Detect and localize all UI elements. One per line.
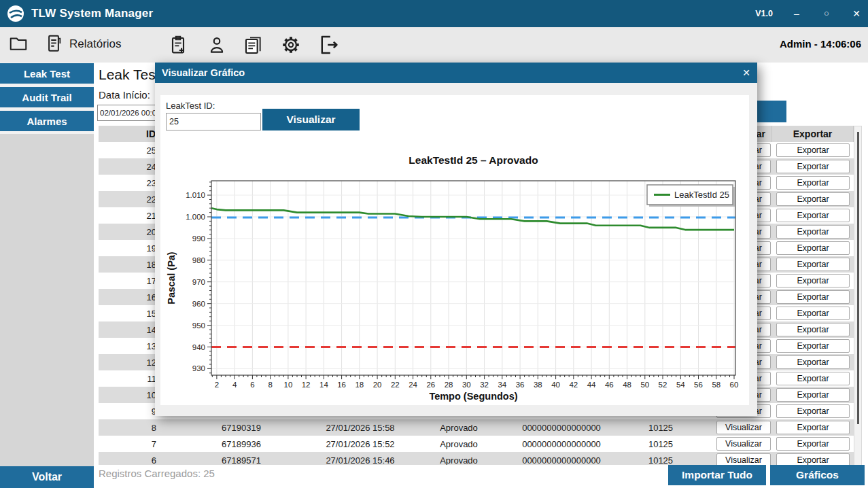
row-exportar-button[interactable]: Exportar bbox=[776, 290, 850, 304]
row-exportar-button[interactable]: Exportar bbox=[776, 388, 850, 402]
row-exportar-button[interactable]: Exportar bbox=[776, 241, 850, 255]
documents-icon[interactable] bbox=[242, 33, 264, 56]
dialog-panel: LeakTest ID: Visualizar 2468101214161820… bbox=[160, 95, 749, 405]
scrollbar-thumb[interactable] bbox=[857, 132, 859, 424]
cell-id: 15 bbox=[99, 305, 163, 321]
window-title: TLW System Manager bbox=[31, 7, 153, 20]
svg-text:38: 38 bbox=[534, 381, 542, 389]
row-exportar-button[interactable]: Exportar bbox=[776, 404, 850, 418]
row-exportar-button[interactable]: Exportar bbox=[776, 258, 850, 271]
svg-text:22: 22 bbox=[391, 381, 400, 389]
cell-id: 11 bbox=[99, 370, 163, 387]
svg-text:56: 56 bbox=[694, 381, 703, 389]
row-visualizar-button[interactable]: Visualizar bbox=[716, 421, 771, 434]
cell-id: 12 bbox=[99, 354, 163, 370]
svg-text:16: 16 bbox=[337, 381, 346, 389]
svg-text:60: 60 bbox=[730, 381, 739, 389]
svg-text:42: 42 bbox=[569, 381, 578, 389]
settings-icon[interactable] bbox=[280, 33, 302, 56]
visualizar-button[interactable]: Visualizar bbox=[262, 109, 360, 130]
chart-xlabel: Tempo (Segundos) bbox=[429, 391, 517, 402]
leaktest-id-input[interactable] bbox=[166, 113, 261, 130]
report-icon[interactable] bbox=[44, 33, 64, 54]
svg-text:20: 20 bbox=[373, 381, 382, 389]
cell-result: Aprovado bbox=[401, 419, 517, 436]
folder-icon[interactable] bbox=[8, 33, 29, 54]
cell-id: 16 bbox=[99, 289, 163, 305]
svg-text:58: 58 bbox=[712, 381, 721, 389]
user-icon[interactable] bbox=[207, 33, 227, 56]
svg-text:54: 54 bbox=[676, 381, 685, 389]
row-exportar-button[interactable]: Exportar bbox=[776, 176, 850, 190]
row-exportar-button[interactable]: Exportar bbox=[776, 209, 850, 222]
row-exportar-button[interactable]: Exportar bbox=[776, 160, 850, 173]
table-header-cell: ID bbox=[99, 126, 163, 142]
row-exportar-button[interactable]: Exportar bbox=[776, 355, 850, 369]
svg-text:44: 44 bbox=[587, 381, 596, 389]
toolbar: Relatórios bbox=[0, 27, 868, 63]
voltar-button[interactable]: Voltar bbox=[0, 466, 94, 488]
admin-clock-label: Admin - 14:06:06 bbox=[780, 38, 861, 50]
svg-text:940: 940 bbox=[192, 343, 205, 351]
cell-id: 24 bbox=[99, 158, 163, 175]
dialog-header[interactable]: Visualizar Gráfico ✕ bbox=[155, 63, 757, 83]
exit-icon[interactable] bbox=[317, 33, 340, 56]
svg-text:32: 32 bbox=[480, 381, 489, 389]
dialog-close-icon[interactable]: ✕ bbox=[742, 63, 750, 83]
importar-tudo-button[interactable]: Importar Tudo bbox=[668, 465, 766, 485]
row-exportar-button[interactable]: Exportar bbox=[776, 372, 850, 385]
records-loaded-label: Registros Carregados: 25 bbox=[99, 468, 215, 479]
row-exportar-button[interactable]: Exportar bbox=[776, 437, 850, 451]
svg-text:40: 40 bbox=[551, 381, 560, 389]
chart-ylabel: Pascal (Pa) bbox=[166, 251, 177, 304]
cell-id: 25 bbox=[99, 142, 163, 158]
cell-zeros: 0000000000000000 bbox=[517, 419, 606, 436]
svg-text:980: 980 bbox=[192, 256, 205, 264]
sidebar-item-leak-test[interactable]: Leak Test bbox=[0, 63, 94, 86]
graficos-button[interactable]: Gráficos bbox=[770, 465, 865, 485]
cell-id: 7 bbox=[99, 436, 163, 452]
app-logo-icon bbox=[7, 5, 24, 22]
row-exportar-button[interactable]: Exportar bbox=[776, 192, 850, 206]
chart-title: LeakTestId 25 – Aprovado bbox=[409, 154, 538, 166]
cell-zeros: 0000000000000000 bbox=[517, 436, 606, 452]
minimize-button[interactable]: – bbox=[791, 0, 803, 27]
svg-text:12: 12 bbox=[302, 381, 311, 389]
cell-id: 19 bbox=[99, 240, 163, 256]
reports-label[interactable]: Relatórios bbox=[69, 37, 122, 51]
new-document-icon[interactable] bbox=[167, 33, 189, 56]
svg-text:46: 46 bbox=[605, 381, 614, 389]
row-exportar-button[interactable]: Exportar bbox=[776, 339, 850, 353]
cell-id: 23 bbox=[99, 175, 163, 191]
svg-text:28: 28 bbox=[445, 381, 453, 389]
svg-text:10: 10 bbox=[284, 381, 293, 389]
maximize-button[interactable]: ○ bbox=[820, 0, 833, 27]
table-row: 86719031927/01/2026 15:58Aprovado0000000… bbox=[99, 419, 854, 436]
row-exportar-button[interactable]: Exportar bbox=[776, 143, 850, 157]
sidebar-item-alarmes[interactable]: Alarmes bbox=[0, 110, 94, 134]
close-button[interactable]: ✕ bbox=[850, 0, 863, 27]
svg-text:8: 8 bbox=[268, 381, 272, 389]
row-exportar-button[interactable]: Exportar bbox=[776, 225, 850, 239]
row-exportar-button[interactable]: Exportar bbox=[776, 421, 850, 434]
cell-datetime: 27/01/2026 15:52 bbox=[319, 436, 401, 452]
svg-text:52: 52 bbox=[659, 381, 667, 389]
row-exportar-button[interactable]: Exportar bbox=[776, 323, 850, 336]
svg-text:990: 990 bbox=[192, 234, 205, 243]
cell-id: 18 bbox=[99, 256, 163, 273]
cell-id: 10 bbox=[99, 387, 163, 403]
sidebar-item-audit-trail[interactable]: Audit Trail bbox=[0, 86, 94, 110]
svg-text:960: 960 bbox=[192, 300, 205, 308]
date-start-label: Data Início: bbox=[99, 89, 150, 101]
table-row: 76718993627/01/2026 15:52Aprovado0000000… bbox=[99, 436, 854, 452]
cell-value: 10125 bbox=[606, 419, 715, 436]
svg-text:930: 930 bbox=[192, 364, 205, 372]
svg-text:48: 48 bbox=[623, 381, 631, 389]
row-exportar-button[interactable]: Exportar bbox=[776, 274, 850, 287]
svg-text:50: 50 bbox=[640, 381, 649, 389]
table-scrollbar[interactable] bbox=[854, 126, 862, 466]
row-exportar-button[interactable]: Exportar bbox=[776, 307, 850, 320]
row-visualizar-button[interactable]: Visualizar bbox=[716, 437, 771, 451]
svg-text:950: 950 bbox=[192, 321, 205, 330]
svg-text:6: 6 bbox=[250, 381, 254, 389]
